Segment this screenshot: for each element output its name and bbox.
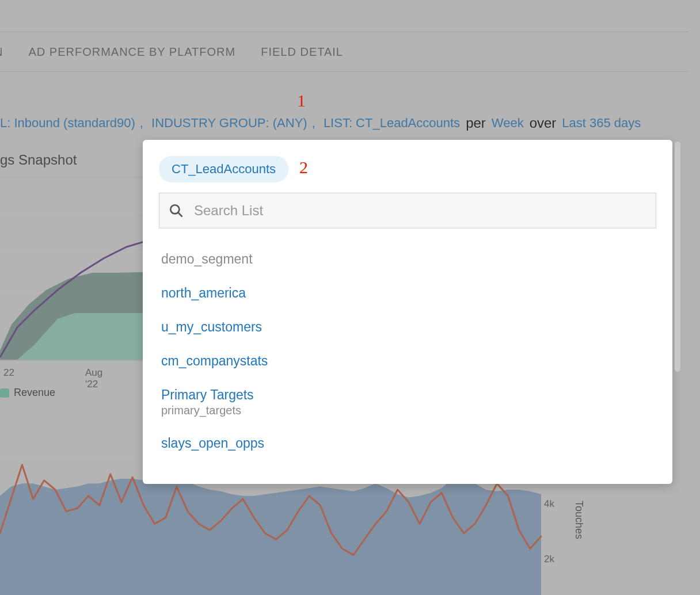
filter-over-label: over [530,115,557,131]
list-item-primary: u_my_customers [161,319,654,335]
search-list-box[interactable] [159,193,656,228]
chart1-x-tick-1: Aug '22 [85,367,102,390]
chart2-y-tick-2k: 2k [544,554,554,565]
list-item-primary: cm_companystats [161,353,654,369]
chart1-legend: Revenue [0,387,55,399]
chart1-x-tick-0: 22 [3,367,14,379]
filter-per-label: per [466,115,486,131]
chart2-y-label: Touches [573,501,585,539]
search-list-input[interactable] [194,203,646,219]
top-nav: N AD PERFORMANCE BY PLATFORM FIELD DETAI… [0,32,688,72]
dropdown-scrollbar[interactable] [675,142,680,372]
search-icon [169,203,184,218]
filter-segment-1[interactable]: INDUSTRY GROUP: (ANY) [151,116,307,131]
list-filter-dropdown[interactable]: CT_LeadAccounts demo_segmentnorth_americ… [143,140,672,484]
legend-label-revenue: Revenue [14,387,55,399]
filter-segment-0[interactable]: L: Inbound (standard90) [0,116,135,131]
legend-swatch-revenue [0,388,9,398]
list-item-secondary: primary_targets [161,404,654,417]
filter-over-value[interactable]: Last 365 days [562,116,641,131]
filter-per-value[interactable]: Week [492,116,524,131]
filter-comma-0: , [140,116,147,131]
filter-sentence: L: Inbound (standard90) , INDUSTRY GROUP… [0,115,641,131]
snapshot-title: gs Snapshot [0,152,77,168]
list-item-primary: demo_segment [161,251,654,267]
selected-list-chip[interactable]: CT_LeadAccounts [159,156,288,182]
nav-item-ad-performance[interactable]: AD PERFORMANCE BY PLATFORM [28,45,235,59]
nav-item-0[interactable]: N [0,45,3,59]
list-item-demo_segment[interactable]: demo_segment [159,242,656,276]
filter-segment-2[interactable]: LIST: CT_LeadAccounts [324,116,460,131]
list-item-primary-targets[interactable]: Primary Targetsprimary_targets [159,378,656,426]
annotation-2: 2 [299,158,308,177]
list-item-u_my_customers[interactable]: u_my_customers [159,310,656,344]
list-item-primary: Primary Targets [161,387,654,403]
list-item-slays_open_opps[interactable]: slays_open_opps [159,426,656,460]
list-item-primary: slays_open_opps [161,436,654,451]
list-item-north_america[interactable]: north_america [159,276,656,310]
svg-line-8 [178,212,182,216]
list-item-primary: north_america [161,285,654,301]
nav-item-field-detail[interactable]: FIELD DETAIL [261,45,343,59]
filter-comma-1: , [312,116,319,131]
annotation-1: 1 [297,91,306,110]
chart2-y-tick-4k: 4k [544,498,554,510]
list-item-cm_companystats[interactable]: cm_companystats [159,344,656,378]
